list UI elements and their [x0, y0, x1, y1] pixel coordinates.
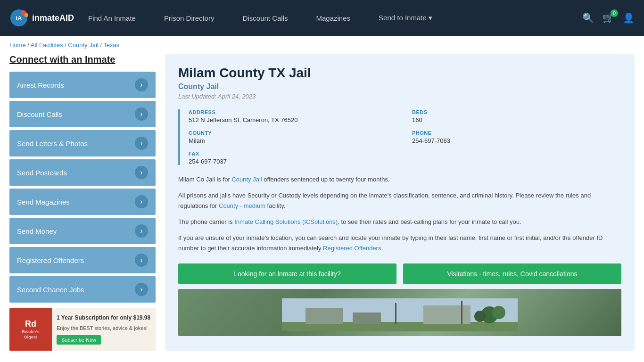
breadcrumb-all-facilities[interactable]: All Facilities	[31, 41, 63, 49]
visitations-button[interactable]: Visitations - times, rules, Covid cancel…	[403, 263, 621, 284]
nav-magazines[interactable]: Magazines	[302, 0, 365, 36]
desc2-end: facility.	[265, 202, 285, 209]
svg-rect-10	[461, 301, 462, 324]
beds-label: BEDS	[412, 109, 621, 115]
sidebar-item-send-money[interactable]: Send Money ›	[9, 218, 156, 244]
nav-prison-directory[interactable]: Prison Directory	[150, 0, 229, 36]
fax-label: FAX	[189, 151, 398, 156]
breadcrumb-sep2: /	[65, 41, 66, 49]
arrow-icon: ›	[135, 137, 148, 150]
desc4-text: If you are unsure of your inmate's locat…	[178, 234, 603, 252]
arrow-icon: ›	[135, 224, 148, 238]
breadcrumb-sep3: /	[100, 41, 102, 49]
facility-type: County Jail	[178, 82, 621, 91]
breadcrumb-sep1: /	[27, 41, 29, 49]
header: iA inmateAID Find An Inmate Prison Direc…	[0, 0, 644, 36]
phone-label: PHONE	[412, 130, 621, 136]
desc2-link[interactable]: County - medium	[219, 202, 265, 209]
sidebar-item-label: Send Postcards	[17, 169, 67, 177]
svg-rect-9	[395, 303, 396, 324]
county-block: COUNTY Milam	[189, 130, 398, 144]
action-buttons: Looking for an inmate at this facility? …	[178, 263, 621, 284]
ad-subscribe-button[interactable]: Subscribe Now	[57, 335, 101, 345]
county-label: COUNTY	[189, 130, 398, 136]
desc1-end: offenders sentenced up to twenty four mo…	[262, 176, 390, 183]
svg-point-3	[25, 13, 28, 17]
arrow-icon: ›	[135, 107, 148, 121]
desc-paragraph-4: If you are unsure of your inmate's locat…	[178, 233, 621, 254]
sidebar-item-send-magazines[interactable]: Send Magazines ›	[9, 189, 156, 215]
sidebar-item-label: Registered Offenders	[17, 256, 84, 264]
svg-point-12	[492, 306, 505, 319]
breadcrumb-county-jail[interactable]: County Jail	[68, 41, 98, 49]
phone-value: 254-697-7063	[412, 137, 621, 144]
svg-point-13	[474, 311, 486, 322]
nav-send-to-inmate[interactable]: Send to Inmate ▾	[364, 0, 446, 36]
nav-find-inmate[interactable]: Find An Inmate	[74, 0, 150, 36]
address-value: 512 N Jefferson St, Cameron, TX 76520	[189, 116, 398, 123]
photo-inner	[178, 289, 621, 336]
facility-photo	[178, 289, 621, 336]
facility-content: Milam County TX Jail County Jail Last Up…	[165, 54, 635, 351]
arrow-icon: ›	[135, 78, 148, 91]
desc-paragraph-2: All prisons and jails have Security or C…	[178, 190, 621, 211]
cart-badge: 0	[611, 9, 618, 17]
logo-text: inmateAID	[32, 13, 74, 23]
desc1-text: Milam Co Jail is for	[178, 176, 231, 183]
nav-discount-calls[interactable]: Discount Calls	[229, 0, 302, 36]
desc-paragraph-1: Milam Co Jail is for County Jail offende…	[178, 174, 621, 185]
ad-title: 1 Year Subscription for only $19.98	[57, 314, 151, 321]
facility-info-grid: ADDRESS 512 N Jefferson St, Cameron, TX …	[178, 109, 621, 165]
cart-icon[interactable]: 🛒 0	[603, 12, 614, 24]
breadcrumb-home[interactable]: Home	[9, 41, 26, 49]
sidebar-item-send-postcards[interactable]: Send Postcards ›	[9, 159, 156, 186]
sidebar-title: Connect with an Inmate	[9, 54, 156, 65]
ad-logo-area: Rd Reader'sDigest	[9, 308, 52, 351]
desc-paragraph-3: The phone carrier is Inmate Calling Solu…	[178, 217, 621, 227]
desc3-text: The phone carrier is	[178, 218, 234, 225]
facility-name: Milam County TX Jail	[178, 66, 621, 81]
desc4-link[interactable]: Registered Offenders	[323, 245, 381, 252]
last-updated: Last Updated: April 24, 2023	[178, 93, 621, 100]
svg-rect-7	[353, 313, 381, 324]
svg-text:iA: iA	[16, 15, 23, 22]
breadcrumb-texas[interactable]: Texas	[103, 41, 119, 49]
find-inmate-button[interactable]: Looking for an inmate at this facility?	[178, 263, 396, 284]
sidebar-item-discount-calls[interactable]: Discount Calls ›	[9, 101, 156, 127]
address-block: ADDRESS 512 N Jefferson St, Cameron, TX …	[189, 109, 398, 123]
arrow-icon: ›	[135, 166, 148, 179]
arrow-icon: ›	[135, 254, 148, 267]
sidebar-item-label: Send Letters & Photos	[17, 140, 88, 148]
arrow-icon: ›	[135, 283, 148, 296]
desc3-end: , to see their rates and best-calling pl…	[338, 218, 521, 225]
ad-brand-short: Rd Reader'sDigest	[22, 319, 40, 339]
ad-content: 1 Year Subscription for only $19.98 Enjo…	[52, 308, 156, 351]
search-icon[interactable]: 🔍	[582, 12, 594, 24]
sidebar-item-second-chance-jobs[interactable]: Second Chance Jobs ›	[9, 276, 156, 303]
desc1-link[interactable]: County Jail	[231, 176, 262, 183]
logo-icon: iA	[9, 8, 28, 27]
desc3-link[interactable]: Inmate Calling Solutions (ICSolutions)	[234, 218, 338, 225]
sidebar-item-label: Arrest Records	[17, 81, 64, 89]
sidebar-item-label: Send Magazines	[17, 198, 70, 206]
sidebar-item-send-letters[interactable]: Send Letters & Photos ›	[9, 130, 156, 156]
user-icon[interactable]: 👤	[623, 12, 635, 24]
sidebar-item-arrest-records[interactable]: Arrest Records ›	[9, 72, 156, 98]
fax-value: 254-697-7037	[189, 158, 398, 165]
sidebar-item-label: Second Chance Jobs	[17, 286, 84, 294]
county-value: Milam	[189, 137, 398, 144]
main-container: Connect with an Inmate Arrest Records › …	[0, 54, 644, 360]
breadcrumb: Home / All Facilities / County Jail / Te…	[0, 36, 644, 54]
beds-value: 160	[412, 116, 621, 123]
phone-block: PHONE 254-697-7063	[412, 130, 621, 144]
ad-subtitle: Enjoy the BEST stories, advice & jokes!	[57, 325, 151, 331]
sidebar-ad[interactable]: Rd Reader'sDigest 1 Year Subscription fo…	[9, 308, 156, 351]
logo[interactable]: iA inmateAID	[9, 8, 74, 27]
fax-block: FAX 254-697-7037	[189, 151, 398, 165]
facility-illustration	[282, 298, 518, 331]
arrow-icon: ›	[135, 195, 148, 208]
svg-rect-8	[423, 305, 471, 324]
sidebar-item-registered-offenders[interactable]: Registered Offenders ›	[9, 247, 156, 273]
sidebar-item-label: Send Money	[17, 227, 57, 235]
sidebar: Connect with an Inmate Arrest Records › …	[9, 54, 156, 351]
